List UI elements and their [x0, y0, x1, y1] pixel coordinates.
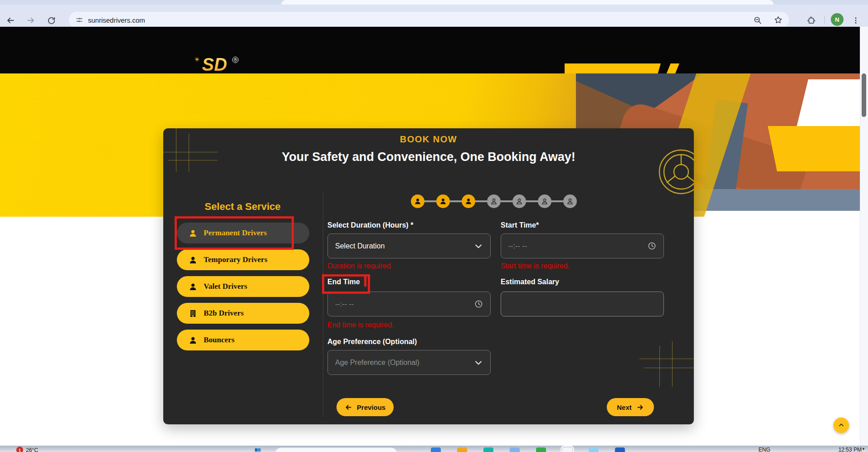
taskbar-weather[interactable]: 1 26°C	[16, 447, 38, 452]
previous-button[interactable]: Previous	[336, 398, 394, 416]
person-icon	[189, 229, 197, 238]
step-connector	[526, 200, 538, 202]
service-button-bouncers[interactable]: Bouncers	[177, 330, 309, 350]
service-label: Permanent Drivers	[204, 228, 267, 238]
clock-text[interactable]: 12:53 PM	[839, 447, 862, 452]
taskbar-app-icon-6[interactable]	[562, 447, 572, 452]
duration-label: Select Duration (Hours) *	[327, 221, 413, 229]
zoom-icon[interactable]	[753, 16, 762, 24]
toolbar-divider	[824, 15, 825, 24]
site-header: ☀ ® SD SUNRISE DRIVERS Driving You Safel…	[0, 27, 868, 73]
taskbar-app-icon-1[interactable]	[431, 447, 441, 452]
start-time-placeholder: --:-- --	[508, 242, 648, 250]
taskbar-app-icon-2[interactable]	[457, 447, 467, 452]
menu-dots-icon[interactable]	[850, 15, 862, 26]
end-time-placeholder: --:-- --	[335, 300, 474, 308]
windows-start-icon[interactable]	[254, 447, 261, 452]
person-icon	[189, 336, 197, 345]
bookmark-star-icon[interactable]	[774, 15, 783, 24]
age-select[interactable]: Age Preference (Optional)	[327, 350, 491, 375]
step-connector	[551, 200, 563, 202]
end-time-input[interactable]: --:-- --	[327, 292, 491, 316]
building-icon	[189, 309, 197, 318]
booking-heading: Your Safety and Convenience, One Booking…	[163, 150, 694, 164]
duration-value: Select Duration	[335, 242, 474, 250]
taskbar-app-icon-8[interactable]	[615, 447, 625, 452]
service-label: Valet Drivers	[204, 282, 247, 291]
scroll-down-arrow-icon[interactable]: ▼	[862, 447, 865, 451]
service-button-b2b-drivers[interactable]: B2b Drivers	[177, 303, 309, 324]
forward-icon[interactable]	[25, 15, 37, 26]
reload-icon[interactable]	[45, 15, 57, 26]
step-connector	[501, 200, 512, 202]
alert-badge: 1	[16, 447, 23, 452]
service-button-temporary-drivers[interactable]: Temporary Drivers	[177, 249, 309, 270]
service-button-permanent-drivers[interactable]: Permanent Drivers	[177, 223, 309, 243]
previous-label: Previous	[357, 403, 385, 411]
profile-avatar[interactable]: N	[831, 13, 844, 26]
browser-active-tab[interactable]	[281, 0, 774, 5]
start-time-label: Start Time*	[501, 221, 539, 229]
registered-mark: ®	[232, 57, 239, 63]
duration-error: Duration is required.	[327, 262, 393, 270]
os-taskbar: 1 26°C ENG 12:53 PM ▼	[0, 446, 868, 452]
next-button[interactable]: Next	[607, 398, 654, 416]
end-time-label: End Time	[327, 278, 360, 286]
booking-card: BOOK NOW Your Safety and Convenience, On…	[163, 128, 694, 424]
step-1-active[interactable]	[411, 194, 424, 208]
arrow-left-icon	[345, 403, 352, 411]
extensions-icon[interactable]	[805, 15, 817, 26]
panel-divider	[323, 191, 323, 417]
chevron-down-icon	[474, 242, 483, 251]
taskbar-app-icon-7[interactable]	[589, 447, 599, 452]
clock-icon[interactable]	[474, 300, 483, 308]
back-icon[interactable]	[5, 15, 16, 26]
url-text[interactable]: sunrisedrivers.com	[88, 16, 753, 24]
services-title: Select a Service	[172, 201, 313, 213]
step-3-active[interactable]	[462, 194, 475, 208]
age-value: Age Preference (Optional)	[335, 359, 474, 367]
browser-toolbar: sunrisedrivers.com N	[0, 5, 868, 27]
step-7[interactable]	[563, 194, 577, 208]
duration-select[interactable]: Select Duration	[327, 233, 491, 258]
arrow-right-icon	[636, 403, 644, 411]
service-label: B2b Drivers	[204, 309, 244, 318]
site-settings-icon[interactable]	[75, 16, 83, 24]
step-2-active[interactable]	[436, 194, 450, 208]
hero-yellow-shape	[768, 126, 860, 171]
screen: sunrisedrivers.com N ☀ ® SD SUNRISE DRIV…	[0, 0, 868, 452]
taskbar-app-icon-5[interactable]	[536, 447, 546, 452]
temperature-text: 26°C	[26, 447, 38, 452]
salary-label: Estimated Salary	[501, 278, 559, 286]
steering-wheel-decor	[657, 147, 694, 196]
service-label: Temporary Drivers	[204, 255, 268, 264]
step-connector	[424, 200, 436, 202]
language-indicator[interactable]: ENG	[759, 447, 770, 452]
annotation-cursor-icon	[362, 275, 369, 287]
service-label: Bouncers	[204, 335, 234, 345]
service-button-valet-drivers[interactable]: Valet Drivers	[177, 276, 309, 297]
book-now-kicker: BOOK NOW	[163, 134, 694, 145]
person-icon	[189, 282, 197, 291]
url-bar[interactable]: sunrisedrivers.com	[69, 12, 789, 28]
step-5[interactable]	[512, 194, 526, 208]
start-time-error: Start time is required.	[501, 262, 570, 270]
step-connector	[450, 200, 462, 202]
taskbar-app-icon-3[interactable]	[483, 447, 493, 452]
progress-stepper	[411, 194, 577, 208]
page-scrollbar-thumb[interactable]	[862, 73, 866, 117]
start-time-input[interactable]: --:-- --	[501, 233, 664, 258]
end-time-error: End time is required.	[327, 321, 394, 329]
scroll-to-top-button[interactable]	[834, 418, 849, 433]
step-4[interactable]	[487, 194, 501, 208]
person-icon	[189, 256, 197, 264]
step-connector	[475, 200, 487, 202]
clock-icon[interactable]	[648, 242, 656, 250]
step-6[interactable]	[538, 194, 551, 208]
sun-rays-icon: ☀	[194, 56, 200, 63]
salary-input[interactable]	[501, 292, 664, 316]
taskbar-search-box[interactable]	[275, 447, 397, 452]
taskbar-app-icon-4[interactable]	[510, 447, 520, 452]
age-label: Age Preference (Optional)	[327, 338, 417, 346]
next-label: Next	[617, 403, 632, 411]
